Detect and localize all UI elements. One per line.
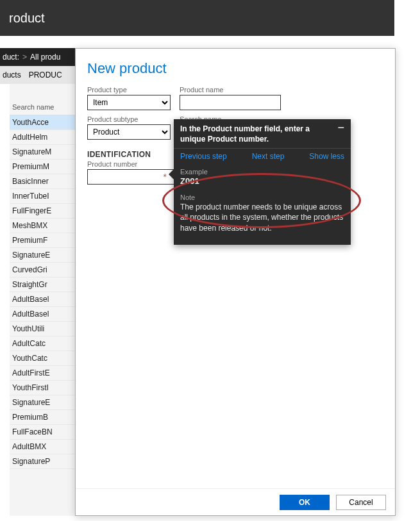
tooltip-example-label: Example <box>180 168 344 176</box>
list-item[interactable]: PremiumM <box>10 160 75 174</box>
list-item[interactable]: YouthAcce <box>10 115 75 130</box>
product-type-label: Product type <box>87 86 171 94</box>
list-item[interactable]: MeshBMX <box>10 219 75 233</box>
list-item[interactable]: AdultHelm <box>10 130 75 145</box>
product-name-label: Product name <box>180 86 281 94</box>
cancel-button[interactable]: Cancel <box>336 495 386 510</box>
product-number-label: Product number <box>87 160 171 168</box>
identification-section-header: IDENTIFICATION <box>87 150 171 159</box>
product-name-input[interactable] <box>180 95 281 110</box>
list-item[interactable]: AdultBasel <box>10 292 75 307</box>
list-item[interactable]: BasicInner <box>10 174 75 189</box>
list-item[interactable]: FullFingerE <box>10 204 75 219</box>
subtab-bar: ducts PRODUC <box>0 66 75 84</box>
tooltip-next-link[interactable]: Next step <box>252 152 285 161</box>
chevron-right-icon: > <box>22 53 27 62</box>
list-item[interactable]: YouthFirstI <box>10 381 75 395</box>
list-item[interactable]: AdultBasel <box>10 307 75 322</box>
task-guide-tooltip: In the Product number field, enter a uni… <box>174 119 351 245</box>
list-item[interactable]: YouthCatc <box>10 351 75 366</box>
tooltip-title: In the Product number field, enter a uni… <box>180 124 332 144</box>
window-title: roduct <box>9 11 45 26</box>
list-item[interactable]: InnerTubeI <box>10 189 75 204</box>
subtab[interactable]: ducts <box>3 70 21 79</box>
list-item[interactable]: AdultBMX <box>10 440 75 454</box>
subtab[interactable]: PRODUC <box>29 70 62 79</box>
ok-button[interactable]: OK <box>280 495 330 510</box>
tooltip-note-text: The product number needs to be unique ac… <box>180 202 344 240</box>
tooltip-note-label: Note <box>180 194 344 201</box>
list-item[interactable]: PremiumF <box>10 233 75 248</box>
list-item[interactable]: CurvedGri <box>10 263 75 277</box>
list-item[interactable]: YouthUtili <box>10 322 75 336</box>
list-item[interactable]: SignatureE <box>10 395 75 410</box>
tooltip-prev-link[interactable]: Previous step <box>180 152 227 161</box>
breadcrumb-seg[interactable]: duct: <box>3 53 19 62</box>
list-item[interactable]: AdultCatc <box>10 336 75 351</box>
breadcrumb: duct: > All produ <box>0 48 75 66</box>
product-type-select[interactable]: Item <box>87 95 171 110</box>
breadcrumb-seg[interactable]: All produ <box>30 53 60 62</box>
product-list: Search name YouthAcceAdultHelmSignatureM… <box>10 84 75 516</box>
window-header: roduct <box>0 0 394 36</box>
list-item[interactable]: PremiumB <box>10 410 75 425</box>
tooltip-collapse-icon[interactable]: − <box>337 124 344 131</box>
product-subtype-select[interactable]: Product <box>87 124 171 140</box>
panel-footer: OK Cancel <box>76 488 395 515</box>
product-subtype-label: Product subtype <box>87 115 171 123</box>
list-item[interactable]: SignatureP <box>10 454 75 469</box>
list-item[interactable]: SignatureM <box>10 145 75 160</box>
list-column-header[interactable]: Search name <box>10 84 75 115</box>
new-product-panel: New product Product type Item Product na… <box>75 48 396 516</box>
tooltip-example-value: Z001 <box>180 176 344 186</box>
list-item[interactable]: AdultFirstE <box>10 366 75 381</box>
list-item[interactable]: SignatureE <box>10 248 75 263</box>
panel-title: New product <box>87 60 383 77</box>
list-item[interactable]: FullFaceBN <box>10 425 75 440</box>
list-item[interactable]: StraightGr <box>10 277 75 292</box>
tooltip-showless-link[interactable]: Show less <box>309 152 344 161</box>
